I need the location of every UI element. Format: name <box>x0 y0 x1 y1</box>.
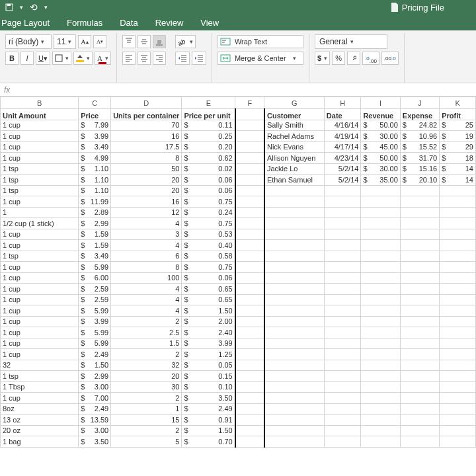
cell[interactable]: $2.59 <box>79 294 111 305</box>
cell[interactable] <box>361 196 400 208</box>
cell[interactable] <box>235 141 264 153</box>
cell[interactable] <box>440 436 476 448</box>
cell[interactable] <box>235 381 264 393</box>
cell[interactable]: $0.65 <box>182 284 235 295</box>
cell[interactable] <box>400 251 439 262</box>
font-color-button[interactable]: A <box>95 52 111 65</box>
cell[interactable]: $19 <box>440 131 476 142</box>
cell[interactable] <box>324 251 361 262</box>
cell[interactable] <box>264 349 324 360</box>
cell[interactable]: $3.99 <box>79 316 111 327</box>
cell[interactable]: Nick Evans <box>264 141 324 153</box>
cell[interactable] <box>361 185 400 196</box>
cell[interactable]: 1 cup <box>1 131 79 142</box>
cell[interactable]: $2.99 <box>79 371 111 382</box>
cell[interactable]: $35.00 <box>361 175 400 186</box>
cell[interactable]: $11.99 <box>79 196 111 208</box>
cell[interactable]: Allison Nguyen <box>264 153 324 164</box>
cell[interactable] <box>361 262 400 273</box>
cell[interactable] <box>440 251 476 262</box>
cell[interactable]: 20 <box>111 185 182 196</box>
cell[interactable] <box>235 360 264 371</box>
fx-icon[interactable]: fx <box>4 85 10 95</box>
cell[interactable]: 1 tsp <box>1 163 79 175</box>
cell[interactable] <box>400 425 439 436</box>
decrease-indent-button[interactable] <box>175 52 190 65</box>
header-cell[interactable]: Unit Amount <box>1 109 79 120</box>
formula-input[interactable] <box>14 84 472 96</box>
cell[interactable]: $0.70 <box>182 436 235 448</box>
cell[interactable] <box>264 272 324 284</box>
cell[interactable] <box>235 393 264 404</box>
column-header[interactable]: C <box>79 97 111 109</box>
cell[interactable]: $18 <box>440 153 476 164</box>
cell[interactable] <box>400 240 439 251</box>
cell[interactable] <box>264 262 324 273</box>
cell[interactable] <box>235 185 264 196</box>
cell[interactable] <box>361 415 400 426</box>
currency-button[interactable]: $ <box>315 52 330 65</box>
cell[interactable]: $0.20 <box>182 141 235 153</box>
column-header[interactable]: E <box>182 97 235 109</box>
cell[interactable] <box>361 381 400 393</box>
cell[interactable]: $0.11 <box>182 120 235 131</box>
cell[interactable] <box>324 240 361 251</box>
cell[interactable] <box>361 305 400 317</box>
menu-dropdown-icon[interactable]: ▾ <box>20 4 23 11</box>
cell[interactable] <box>440 218 476 229</box>
cell[interactable]: $1.50 <box>79 360 111 371</box>
cell[interactable]: $2.49 <box>182 403 235 415</box>
underline-button[interactable]: U ▾ <box>36 52 50 65</box>
cell[interactable] <box>361 229 400 240</box>
cell[interactable]: $0.65 <box>182 294 235 305</box>
cell[interactable]: $1.50 <box>182 305 235 317</box>
cell[interactable] <box>361 272 400 284</box>
cell[interactable]: 1 cup <box>1 349 79 360</box>
cell[interactable] <box>235 436 264 448</box>
cell[interactable] <box>264 381 324 393</box>
tab-view[interactable]: View <box>200 18 219 28</box>
cell[interactable]: $14 <box>440 163 476 175</box>
cell[interactable]: 8 <box>111 153 182 164</box>
cell[interactable]: $14 <box>440 175 476 186</box>
cell[interactable] <box>324 294 361 305</box>
cell[interactable]: 4 <box>111 305 182 317</box>
cell[interactable]: $1.50 <box>182 425 235 436</box>
menu-dropdown-icon[interactable]: ▾ <box>44 4 48 11</box>
increase-indent-button[interactable] <box>192 52 206 65</box>
cell[interactable]: $3.50 <box>182 393 235 404</box>
cell[interactable] <box>440 338 476 349</box>
cell[interactable] <box>235 251 264 262</box>
cell[interactable]: $0.75 <box>182 196 235 208</box>
cell[interactable] <box>264 196 324 208</box>
cell[interactable]: 5/2/14 <box>324 163 361 175</box>
column-header[interactable]: F <box>235 97 264 109</box>
cell[interactable]: 2 <box>111 393 182 404</box>
cell[interactable] <box>235 316 264 327</box>
tab-review[interactable]: Review <box>155 18 184 28</box>
cell[interactable]: 4/23/14 <box>324 153 361 164</box>
cell[interactable] <box>400 218 439 229</box>
cell[interactable] <box>440 403 476 415</box>
merge-center-button[interactable]: Merge & Center <box>218 52 303 65</box>
bold-button[interactable]: B <box>5 52 19 65</box>
cell[interactable] <box>264 415 324 426</box>
cell[interactable]: $0.53 <box>182 229 235 240</box>
align-center-button[interactable] <box>138 52 151 65</box>
cell[interactable] <box>400 196 439 208</box>
header-cell[interactable] <box>235 109 264 120</box>
cell[interactable]: 1/2 cup (1 stick) <box>1 218 79 229</box>
cell[interactable]: 2 <box>111 349 182 360</box>
cell[interactable] <box>264 240 324 251</box>
cell[interactable]: 1 cup <box>1 229 79 240</box>
cell[interactable]: $0.91 <box>182 415 235 426</box>
cell[interactable]: 1 cup <box>1 240 79 251</box>
cell[interactable] <box>264 338 324 349</box>
cell[interactable]: $0.05 <box>182 360 235 371</box>
header-cell[interactable]: Price <box>79 109 111 120</box>
cell[interactable]: $15.52 <box>400 141 439 153</box>
cell[interactable]: Ethan Samuel <box>264 175 324 186</box>
cell[interactable] <box>440 381 476 393</box>
cell[interactable]: 4/16/14 <box>324 120 361 131</box>
cell[interactable] <box>235 338 264 349</box>
